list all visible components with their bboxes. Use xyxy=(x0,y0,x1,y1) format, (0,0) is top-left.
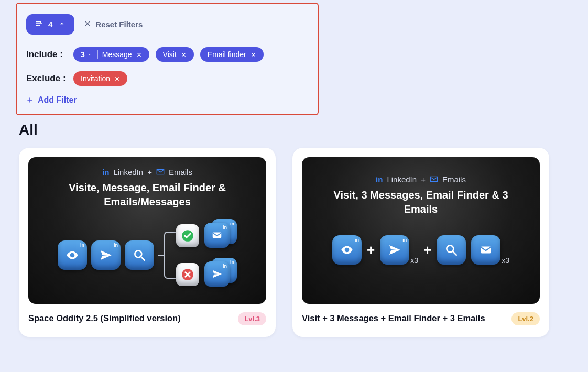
include-row: Include : 3 Message Visit Email finder xyxy=(26,47,308,62)
email-stack: in in xyxy=(204,221,237,250)
envelope-icon xyxy=(430,175,438,184)
include-label: Include : xyxy=(26,49,67,60)
search-step-icon xyxy=(437,235,466,265)
card-name: Visit + 3 Messages + Email Finder + 3 Em… xyxy=(302,312,485,324)
remove-chip-icon[interactable] xyxy=(251,52,256,58)
chevron-up-icon xyxy=(58,19,66,29)
card-visual-title: Visite, Message, Email Finder & Emails/M… xyxy=(48,181,247,209)
reset-filters-label: Reset Filters xyxy=(95,20,143,29)
include-chip-message[interactable]: 3 Message xyxy=(73,47,149,62)
section-heading: All xyxy=(19,122,38,138)
linkedin-icon: in xyxy=(376,175,383,184)
chip-label: Email finder xyxy=(208,50,246,59)
plus-separator: + xyxy=(367,242,375,258)
chip-label: Message xyxy=(102,50,132,59)
add-filter-button[interactable]: Add Filter xyxy=(26,95,308,105)
svg-point-1 xyxy=(38,25,40,26)
remove-chip-icon[interactable] xyxy=(136,52,142,58)
search-step-icon xyxy=(125,240,154,270)
card-visual: in LinkedIn + Emails Visite, Message, Em… xyxy=(28,157,266,304)
card-meta: Space Oddity 2.5 (Simplified version) Lv… xyxy=(28,312,266,325)
svg-point-0 xyxy=(40,21,41,23)
envelope-icon xyxy=(156,168,165,177)
filter-toggle-button[interactable]: 4 xyxy=(26,14,74,35)
multiplier-label: x3 xyxy=(502,256,509,265)
linkedin-icon: in xyxy=(102,168,109,177)
channel-plus: + xyxy=(147,168,152,177)
chip-separator xyxy=(97,50,98,59)
sequence-flow: in + in x3 + xyxy=(332,235,509,265)
reset-filters-button[interactable]: Reset Filters xyxy=(84,20,143,29)
channel-linkedin-label: LinkedIn xyxy=(387,175,417,184)
card-name: Space Oddity 2.5 (Simplified version) xyxy=(28,312,181,324)
chip-label: Visit xyxy=(163,50,177,59)
filter-count: 4 xyxy=(48,20,52,29)
include-chip-email-finder[interactable]: Email finder xyxy=(200,47,264,62)
chip-label: Invitation xyxy=(81,74,110,83)
filter-panel: 4 Reset Filters Include : 3 Message Visi… xyxy=(16,3,319,115)
message-step-icon: in xyxy=(91,240,121,270)
channels-row: in LinkedIn + Emails xyxy=(102,168,192,177)
level-badge: Lvl.3 xyxy=(238,312,266,325)
branch: in in in in xyxy=(158,218,237,292)
sequence-card[interactable]: in LinkedIn + Emails Visite, Message, Em… xyxy=(19,148,276,337)
visit-step-icon: in xyxy=(332,235,362,265)
sequence-flow: in in xyxy=(58,218,237,292)
card-visual: in LinkedIn + Emails Visit, 3 Messages, … xyxy=(302,157,540,304)
branch-success-row: in in xyxy=(176,221,237,250)
channels-row: in LinkedIn + Emails xyxy=(376,175,466,184)
channel-emails-label: Emails xyxy=(442,175,466,184)
level-badge: Lvl.2 xyxy=(511,312,540,325)
chip-count: 3 xyxy=(81,50,93,59)
exclude-label: Exclude : xyxy=(26,73,67,84)
add-filter-label: Add Filter xyxy=(38,95,77,105)
check-icon xyxy=(176,224,199,247)
message-step-icon: in xyxy=(380,235,409,265)
plus-icon xyxy=(26,96,34,104)
chevron-down-icon xyxy=(87,52,92,57)
branch-lines-icon xyxy=(158,218,176,292)
message-stack: in in xyxy=(204,260,237,289)
cards-row: in LinkedIn + Emails Visite, Message, Em… xyxy=(19,148,549,337)
channel-linkedin-label: LinkedIn xyxy=(113,168,143,177)
include-chip-visit[interactable]: Visit xyxy=(156,47,194,62)
filter-top-row: 4 Reset Filters xyxy=(26,14,308,35)
plus-separator: + xyxy=(423,242,431,258)
email-step-icon xyxy=(471,235,500,265)
card-meta: Visit + 3 Messages + Email Finder + 3 Em… xyxy=(302,312,540,325)
exclude-chip-invitation[interactable]: Invitation xyxy=(73,71,127,86)
remove-chip-icon[interactable] xyxy=(181,52,187,58)
branch-fail-row: in in xyxy=(176,260,237,289)
sequence-card[interactable]: in LinkedIn + Emails Visit, 3 Messages, … xyxy=(292,148,549,337)
multiplier-label: x3 xyxy=(410,256,418,265)
exclude-row: Exclude : Invitation xyxy=(26,71,308,86)
remove-chip-icon[interactable] xyxy=(114,76,120,82)
close-icon xyxy=(84,20,91,29)
sliders-icon xyxy=(35,19,43,29)
visit-step-icon: in xyxy=(58,240,87,270)
channel-emails-label: Emails xyxy=(169,168,192,177)
x-circle-icon xyxy=(176,263,199,286)
card-visual-title: Visit, 3 Messages, Email Finder & 3 Emai… xyxy=(321,188,520,216)
channel-plus: + xyxy=(421,175,426,184)
